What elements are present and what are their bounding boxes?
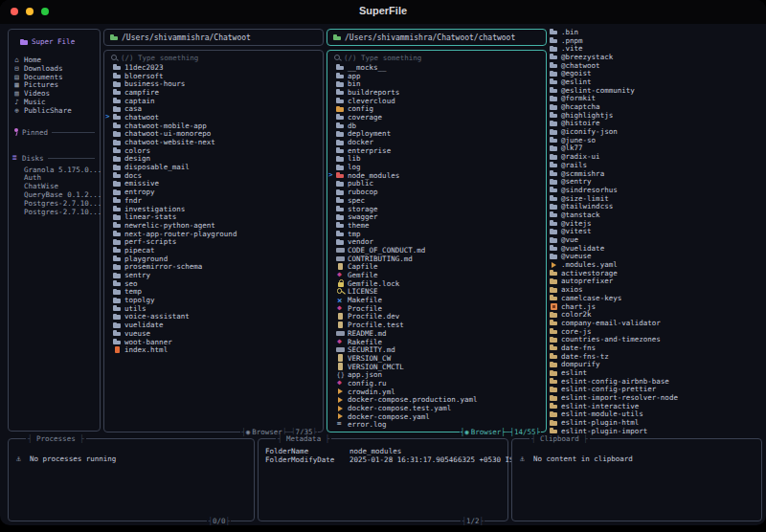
file-row[interactable]: spec xyxy=(327,196,546,205)
sidebar-item-documents[interactable]: ▤Documents xyxy=(12,73,97,81)
file-row[interactable]: vuelidate xyxy=(104,321,323,329)
sidebar-item-pictures[interactable]: ▦Pictures xyxy=(12,80,97,89)
file-row[interactable]: docker-compose.test.yaml xyxy=(327,404,546,412)
file-row[interactable]: eslint-config-airbnb-base xyxy=(548,377,764,386)
file-row[interactable]: enterprise xyxy=(327,146,546,155)
sidebar-item-videos[interactable]: ▥Videos xyxy=(12,89,97,98)
file-row[interactable]: activestorage xyxy=(548,269,764,277)
file-row[interactable]: camelcase-keys xyxy=(548,294,764,302)
file-row[interactable]: sentry xyxy=(104,271,323,279)
file-row[interactable]: date-fns-tz xyxy=(548,352,764,361)
file-row[interactable]: @vitejs xyxy=(548,219,764,228)
file-row[interactable]: eslint-import-resolver-node xyxy=(548,393,764,402)
file-row[interactable]: autoprefixer xyxy=(548,277,764,286)
file-row[interactable]: @histoire xyxy=(548,120,764,128)
file-row[interactable]: chatwoot-mobile-app xyxy=(104,122,323,130)
file-row[interactable]: db xyxy=(327,122,546,130)
file-row[interactable]: SECURITY.md xyxy=(327,345,546,354)
file-row[interactable]: countries-and-timezones xyxy=(548,335,764,344)
file-row[interactable]: fndr xyxy=(104,196,323,205)
file-row[interactable]: investigations xyxy=(104,205,323,213)
file-row[interactable]: core-js xyxy=(548,327,764,336)
file-row[interactable]: prosemirror-schema xyxy=(104,263,323,272)
file-row[interactable]: README.md xyxy=(327,329,546,338)
file-row[interactable]: seo xyxy=(104,279,323,288)
file-row[interactable]: coverage xyxy=(327,113,546,122)
sidebar-item-downloads[interactable]: ⊟Downloads xyxy=(12,64,97,73)
file-row[interactable]: chatwoot xyxy=(104,113,323,122)
file-row[interactable]: bin xyxy=(327,79,546,88)
file-row[interactable]: topolgy xyxy=(104,296,323,304)
file-row[interactable]: eslint-plugin-html xyxy=(548,418,764,427)
file-row[interactable]: dompurify xyxy=(548,361,764,369)
file-row[interactable]: storage xyxy=(327,205,546,213)
file-row[interactable]: @breezystack xyxy=(548,53,764,61)
file-row[interactable]: @formkit xyxy=(548,95,764,103)
file-row[interactable]: app xyxy=(327,72,546,80)
file-row[interactable]: .vite xyxy=(548,44,764,53)
file-row[interactable]: app.json xyxy=(327,370,546,379)
file-row[interactable]: config xyxy=(327,104,546,113)
file-row[interactable]: vueuse xyxy=(104,329,323,338)
file-row[interactable]: @lk77 xyxy=(548,144,764,153)
file-row[interactable]: VERSION_CMCTL xyxy=(327,363,546,371)
file-row[interactable]: 11dec2023 xyxy=(104,63,323,72)
file-row[interactable]: docker-compose.production.yaml xyxy=(327,396,546,405)
file-row[interactable]: node_modules xyxy=(327,171,546,180)
file-row[interactable]: @egoist xyxy=(548,69,764,78)
file-row[interactable]: swagger xyxy=(327,212,546,221)
file-row[interactable]: entropy xyxy=(104,188,323,196)
file-row[interactable]: utils xyxy=(104,304,323,313)
file-row[interactable]: captain xyxy=(104,97,323,105)
sidebar-item-home[interactable]: ⌂Home xyxy=(12,55,97,64)
file-row[interactable]: @tanstack xyxy=(548,211,764,219)
file-row[interactable]: Gemfile xyxy=(327,271,546,279)
file-row[interactable]: color2k xyxy=(548,310,764,319)
file-row[interactable]: theme xyxy=(327,221,546,230)
file-row[interactable]: @eslint-community xyxy=(548,86,764,95)
file-row[interactable]: .modules.yaml xyxy=(548,260,764,269)
file-row[interactable]: @chatwoot xyxy=(548,61,764,70)
sidebar-item-public-share[interactable]: ⊕PublicShare xyxy=(12,106,97,115)
file-row[interactable]: eslint-interactive xyxy=(548,402,764,410)
file-row[interactable]: VERSION_CW xyxy=(327,354,546,363)
file-row[interactable]: linear-stats xyxy=(104,212,323,221)
file-row[interactable]: bloersoft xyxy=(104,72,323,80)
file-row[interactable]: Procfile.dev xyxy=(327,313,546,321)
file-row[interactable]: Makefile xyxy=(327,296,546,304)
file-row[interactable]: playground xyxy=(104,255,323,263)
file-row[interactable]: perf-scripts xyxy=(104,237,323,246)
file-row[interactable]: rubocop xyxy=(327,188,546,196)
file-row[interactable]: @vueuse xyxy=(548,253,764,261)
file-row[interactable]: @june-so xyxy=(548,136,764,144)
file-row[interactable]: Capfile xyxy=(327,263,546,272)
file-row[interactable]: voice-assistant xyxy=(104,313,323,321)
file-row[interactable]: @eslint xyxy=(548,78,764,86)
file-row[interactable]: chatwoot-ui-monorepo xyxy=(104,130,323,139)
file-row[interactable]: LICENSE xyxy=(327,288,546,297)
file-row[interactable]: deployment xyxy=(327,130,546,139)
file-row[interactable]: @size-limit xyxy=(548,194,764,203)
file-row[interactable]: docker-compose.yaml xyxy=(327,412,546,421)
file-row[interactable]: axios xyxy=(548,285,764,294)
file-row[interactable]: campfire xyxy=(104,88,323,97)
file-row[interactable]: Gemfile.lock xyxy=(327,279,546,288)
file-row[interactable]: chart.js xyxy=(548,302,764,311)
file-row[interactable]: pipecat xyxy=(104,246,323,255)
file-row[interactable]: newrelic-python-agent xyxy=(104,221,323,230)
file-row[interactable]: .bin xyxy=(548,28,764,36)
file-row[interactable]: Procfile.test xyxy=(327,321,546,329)
file-row[interactable]: @highlightjs xyxy=(548,111,764,120)
file-row[interactable]: @sindresorhus xyxy=(548,186,764,194)
file-row[interactable]: index.html xyxy=(104,345,323,354)
file-row[interactable]: log xyxy=(327,163,546,171)
file-row[interactable]: tmp xyxy=(327,230,546,238)
file-row[interactable]: crowdin.yml xyxy=(327,388,546,396)
file-row[interactable]: @sentry xyxy=(548,177,764,186)
file-row[interactable]: next-app-router-playground xyxy=(104,230,323,238)
file-row[interactable]: Rakefile xyxy=(327,338,546,346)
file-row[interactable]: disposable_mail xyxy=(104,163,323,171)
file-row[interactable]: vendor xyxy=(327,237,546,246)
file-row[interactable]: woot-banner xyxy=(104,338,323,346)
file-row[interactable]: @vue xyxy=(548,235,764,244)
